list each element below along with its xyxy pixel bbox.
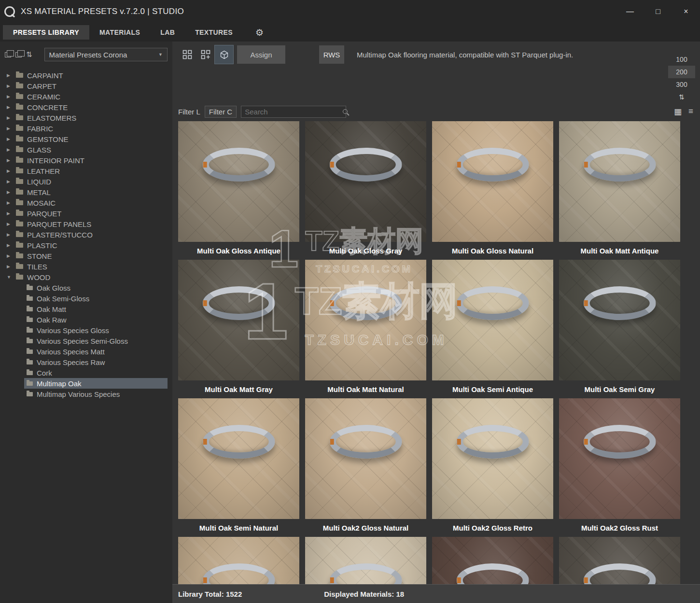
sidebar-folder-concrete[interactable]: ▶CONCRETE <box>0 102 172 112</box>
sort-order-icon[interactable]: ⇅ <box>668 91 695 103</box>
thumbnail-view-button[interactable] <box>178 45 196 64</box>
caret-right-icon[interactable]: ▶ <box>7 126 12 131</box>
caret-right-icon[interactable]: ▶ <box>7 115 12 120</box>
material-card[interactable]: Multi Oak Gloss Antique <box>178 121 299 260</box>
add-material-button[interactable] <box>196 45 215 64</box>
sidebar-folder-plastic[interactable]: ▶PLASTIC <box>0 240 172 251</box>
size-option-200[interactable]: 200 <box>668 66 695 78</box>
list-view-icon[interactable]: ≡ <box>688 107 693 117</box>
tab-lab[interactable]: LAB <box>150 25 185 40</box>
caret-right-icon[interactable]: ▶ <box>7 190 12 195</box>
material-card[interactable]: Multi Oak Matt Natural <box>305 260 426 398</box>
sidebar-folder-parquet[interactable]: ▶PARQUET <box>0 208 172 219</box>
sidebar-folder-interior-paint[interactable]: ▶INTERIOR PAINT <box>0 155 172 166</box>
rws-button[interactable]: RWS <box>319 45 344 64</box>
expand-all-icon[interactable] <box>5 52 11 57</box>
sidebar-folder-mosaic[interactable]: ▶MOSAIC <box>0 197 172 208</box>
caret-right-icon[interactable]: ▶ <box>7 222 12 226</box>
material-card[interactable]: Multi Oak2 Gloss Rust <box>559 398 680 537</box>
material-set-icon <box>27 296 33 301</box>
sidebar-item-various-species-raw[interactable]: Various Species Raw <box>0 357 172 367</box>
material-card[interactable]: Multi Oak Matt Gray <box>178 260 299 398</box>
search-input[interactable] <box>245 108 341 116</box>
grid-view-icon[interactable]: ▦ <box>674 107 682 117</box>
caret-right-icon[interactable]: ▶ <box>7 158 12 163</box>
sidebar-folder-ceramic[interactable]: ▶CERAMIC <box>0 91 172 102</box>
tab-materials[interactable]: MATERIALS <box>89 25 150 40</box>
caret-right-icon[interactable]: ▶ <box>7 105 12 110</box>
sidebar-folder-plaster-stucco[interactable]: ▶PLASTER/STUCCO <box>0 229 172 240</box>
sidebar-folder-glass[interactable]: ▶GLASS <box>0 144 172 155</box>
sidebar-item-cork[interactable]: Cork <box>0 367 172 378</box>
material-preview-button[interactable] <box>215 45 233 64</box>
material-card[interactable]: Multi Oak Matt Antique <box>559 121 680 260</box>
settings-gear-icon[interactable]: ⚙ <box>255 27 264 38</box>
sidebar-item-various-species-semi-gloss[interactable]: Various Species Semi-Gloss <box>0 336 172 346</box>
sidebar-folder-elastomers[interactable]: ▶ELASTOMERS <box>0 112 172 123</box>
sidebar-folder-leather[interactable]: ▶LEATHER <box>0 166 172 176</box>
search-box[interactable] <box>241 106 346 118</box>
caret-right-icon[interactable]: ▶ <box>7 94 12 99</box>
material-card[interactable]: Multi Oak Semi Natural <box>178 398 299 537</box>
sidebar-item-oak-matt[interactable]: Oak Matt <box>0 304 172 314</box>
caret-right-icon[interactable]: ▶ <box>7 200 12 205</box>
tab-textures[interactable]: TEXTURES <box>185 25 243 40</box>
caret-down-icon[interactable]: ▼ <box>7 275 12 280</box>
library-select-dropdown[interactable]: Material Presets Corona ▼ <box>44 48 168 61</box>
size-option-100[interactable]: 100 <box>668 53 695 66</box>
material-card[interactable] <box>178 537 299 584</box>
material-card[interactable]: Multi Oak Gloss Gray <box>305 121 426 260</box>
sidebar-item-multimap-oak[interactable]: Multimap Oak <box>24 378 168 389</box>
caret-right-icon[interactable]: ▶ <box>7 84 12 88</box>
sidebar-item-oak-raw[interactable]: Oak Raw <box>0 314 172 325</box>
material-card[interactable]: Multi Oak Gloss Natural <box>432 121 553 260</box>
sidebar-folder-wood[interactable]: ▼WOOD <box>0 272 172 282</box>
caret-right-icon[interactable]: ▶ <box>7 243 12 248</box>
material-card[interactable]: Multi Oak Semi Antique <box>432 260 553 398</box>
material-card[interactable] <box>305 537 426 584</box>
material-card[interactable] <box>432 537 553 584</box>
sidebar-item-various-species-gloss[interactable]: Various Species Gloss <box>0 325 172 336</box>
sidebar-item-various-species-matt[interactable]: Various Species Matt <box>0 346 172 357</box>
caret-right-icon[interactable]: ▶ <box>7 168 12 173</box>
caret-right-icon[interactable]: ▶ <box>7 264 12 269</box>
sidebar-folder-metal[interactable]: ▶METAL <box>0 187 172 197</box>
sidebar-folder-gemstone[interactable]: ▶GEMSTONE <box>0 134 172 144</box>
size-option-300[interactable]: 300 <box>668 78 695 91</box>
sidebar-folder-tiles[interactable]: ▶TILES <box>0 261 172 272</box>
sidebar-item-oak-gloss[interactable]: Oak Gloss <box>0 282 172 293</box>
sidebar-folder-parquet-panels[interactable]: ▶PARQUET PANELS <box>0 219 172 229</box>
caret-right-icon[interactable]: ▶ <box>7 147 12 152</box>
material-card[interactable]: Multi Oak2 Gloss Retro <box>432 398 553 537</box>
filter-category-button[interactable]: Filter C <box>205 106 237 118</box>
caret-right-icon[interactable]: ▶ <box>7 137 12 141</box>
sidebar-item-multimap-various-species[interactable]: Multimap Various Species <box>0 389 172 399</box>
material-card[interactable]: Multi Oak2 Gloss Natural <box>305 398 426 537</box>
sidebar: ⇅ Material Presets Corona ▼ ▶CARPAINT ▶C… <box>0 42 172 603</box>
filter-library-label[interactable]: Filter L <box>178 108 200 116</box>
caret-right-icon[interactable]: ▶ <box>7 211 12 216</box>
sidebar-folder-fabric[interactable]: ▶FABRIC <box>0 123 172 134</box>
maximize-button[interactable]: □ <box>644 0 672 23</box>
search-icon <box>343 109 348 114</box>
sidebar-folder-carpet[interactable]: ▶CARPET <box>0 81 172 91</box>
folder-label: STONE <box>27 252 52 260</box>
sidebar-item-oak-semi-gloss[interactable]: Oak Semi-Gloss <box>0 293 172 304</box>
material-card[interactable] <box>559 537 680 584</box>
collapse-all-icon[interactable] <box>15 52 22 57</box>
caret-right-icon[interactable]: ▶ <box>7 253 12 258</box>
folder-label: MOSAIC <box>27 199 56 207</box>
sidebar-folder-carpaint[interactable]: ▶CARPAINT <box>0 70 172 81</box>
caret-right-icon[interactable]: ▶ <box>7 73 12 78</box>
caret-right-icon[interactable]: ▶ <box>7 232 12 237</box>
sidebar-folder-stone[interactable]: ▶STONE <box>0 251 172 261</box>
caret-right-icon[interactable]: ▶ <box>7 179 12 184</box>
close-button[interactable]: × <box>672 0 700 23</box>
material-ring <box>329 286 402 320</box>
sidebar-folder-liquid[interactable]: ▶LIQUID <box>0 176 172 187</box>
tab-presets-library[interactable]: PRESETS LIBRARY <box>3 25 89 40</box>
assign-button[interactable]: Assign <box>237 45 285 64</box>
minimize-button[interactable]: — <box>616 0 644 23</box>
material-card[interactable]: Multi Oak Semi Gray <box>559 260 680 398</box>
sidebar-sort-icon[interactable]: ⇅ <box>26 50 32 59</box>
